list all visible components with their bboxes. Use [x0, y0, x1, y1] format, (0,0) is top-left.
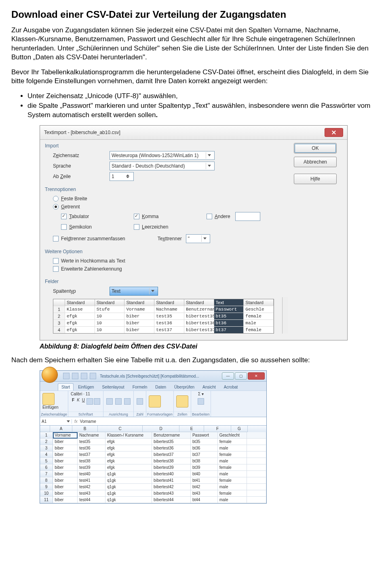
ribbon-tabs: StartEinfügenSeitenlayoutFormelnDatenÜbe… [40, 382, 266, 391]
bullet-list: Unter Zeichensatz „Unicode (UTF-8)" ausw… [11, 92, 377, 120]
ribbon: EinfügenZwischenablage Calibri · 11FKUSc… [40, 391, 266, 417]
radio-separated[interactable]: Getrennt [45, 203, 288, 211]
dialog-title: Textimport - [biberschule_ab10.csv] [44, 130, 325, 135]
minimize-icon[interactable]: — [222, 372, 234, 380]
chevron-down-icon [206, 152, 213, 159]
chevron-down-icon [149, 288, 156, 294]
ok-button[interactable]: OK [294, 143, 337, 153]
check-semicolon[interactable]: Semikolon [53, 223, 126, 231]
text-delim-combo[interactable]: " [186, 234, 210, 243]
from-row-label: Ab Zeile [45, 174, 110, 179]
paragraph-2: Bevor Ihr Tabellenkalkulationsprogramm d… [11, 68, 377, 86]
tab-start[interactable]: Start [58, 383, 74, 391]
text-delim-label: Texttrenner [158, 236, 182, 242]
quick-access-toolbar[interactable] [63, 372, 97, 380]
formula-value: Vorname [80, 419, 96, 424]
coltype-combo[interactable]: Text [110, 287, 158, 296]
tab-acrobat[interactable]: Acrobat [220, 383, 241, 391]
tab-daten[interactable]: Daten [152, 383, 170, 391]
cells-icon[interactable] [176, 395, 188, 407]
language-label: Sprache [45, 163, 110, 169]
spreadsheet-grid[interactable]: A B C D E F G 1 Vorname Nachname Klassen… [40, 426, 266, 503]
scrollbar[interactable] [282, 297, 288, 334]
maximize-icon[interactable]: ▢ [235, 372, 247, 380]
preview-table[interactable]: Standard Standard Standard Standard Stan… [53, 299, 274, 334]
excel-titlebar: Testschule.xls [Schreibgeschützt] [Kompa… [40, 371, 266, 382]
dialog-titlebar: Textimport - [biberschule_ab10.csv] [40, 126, 347, 140]
close-icon[interactable] [325, 128, 343, 137]
coltype-label: Spaltentyp [45, 288, 110, 294]
name-box[interactable]: A1 [40, 419, 72, 424]
list-item: die Spalte „Passwort" markieren und unte… [27, 101, 377, 120]
section-fields-label: Felder [45, 279, 288, 284]
tab-ansicht[interactable]: Ansicht [199, 383, 219, 391]
close-icon[interactable]: ✕ [248, 372, 265, 380]
section-other-label: Weitere Optionen [45, 249, 288, 254]
check-space[interactable]: Leerzeichen [126, 223, 198, 231]
formula-bar[interactable]: A1 fx Vorname [40, 417, 266, 426]
other-input[interactable] [235, 212, 260, 221]
section-import-label: Import [45, 143, 288, 149]
paste-icon[interactable] [42, 393, 55, 405]
chevron-down-icon [206, 163, 213, 169]
check-merge-delim[interactable]: Feldtrenner zusammenfassen [45, 235, 125, 243]
excel-title-text: Testschule.xls [Schreibgeschützt] [Kompa… [100, 374, 199, 378]
check-other[interactable]: Andere [198, 211, 288, 222]
help-button[interactable]: Hilfe [294, 174, 337, 184]
tab-formeln[interactable]: Formeln [129, 383, 151, 391]
excel-window: Testschule.xls [Schreibgeschützt] [Kompa… [40, 370, 267, 504]
cancel-button[interactable]: Abbrechen [294, 157, 337, 167]
check-quoted-text[interactable]: Werte in Hochkomma als Text [45, 257, 288, 265]
check-ext-num[interactable]: Erweiterte Zahlenerkennung [45, 265, 288, 273]
charset-combo[interactable]: Westeuropa (Windows-1252/WinLatin 1) [110, 151, 215, 160]
page-title: Download einer CSV-Datei zur Verteilung … [11, 9, 377, 20]
chevron-down-icon [201, 235, 208, 242]
figure-caption: Abbildung 8: Dialogfeld beim Öffnen des … [40, 343, 377, 350]
check-tab[interactable]: Tabulator [53, 211, 126, 222]
tab-einfügen[interactable]: Einfügen [74, 383, 97, 391]
from-row-spinner[interactable]: 1 [110, 172, 134, 181]
list-item: Unter Zeichensatz „Unicode (UTF-8)" ausw… [27, 92, 377, 101]
language-combo[interactable]: Standard - Deutsch (Deutschland) [110, 162, 215, 170]
office-button[interactable] [42, 367, 58, 383]
paragraph-3: Nach dem Speichern erhalten Sie eine Tab… [11, 356, 377, 365]
fx-icon[interactable]: fx [72, 419, 80, 424]
section-separator-label: Trennoptionen [45, 187, 288, 192]
styles-icon[interactable] [149, 395, 161, 407]
check-comma[interactable]: Komma [126, 211, 198, 222]
tab-seitenlayout[interactable]: Seitenlayout [99, 383, 128, 391]
tab-überprüfen[interactable]: Überprüfen [171, 383, 198, 391]
text-import-dialog: Textimport - [biberschule_ab10.csv] Impo… [40, 125, 348, 340]
paragraph-1: Zur Ausgabe von Zugangsdaten können Sie … [11, 26, 377, 62]
charset-label: Zeichensatz [45, 153, 110, 158]
radio-fixed-width[interactable]: Feste Breite [45, 195, 288, 203]
